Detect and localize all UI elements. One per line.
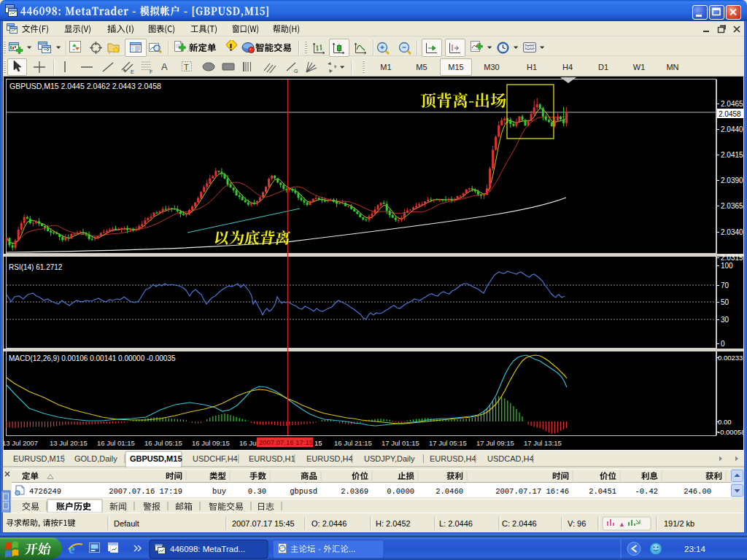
svg-text:191/2 kb: 191/2 kb bbox=[664, 519, 694, 528]
svg-text:A: A bbox=[161, 61, 168, 72]
svg-text:USDCAD,H4: USDCAD,H4 bbox=[487, 454, 534, 463]
svg-text:EURUSD,H4: EURUSD,H4 bbox=[430, 454, 476, 463]
svg-text:MACD(12,26,9) 0.00106 0.00141: MACD(12,26,9) 0.00106 0.00141 0.00000 -0… bbox=[9, 354, 176, 362]
svg-text:2007.07.16 17:15: 2007.07.16 17:15 bbox=[259, 438, 313, 446]
svg-text:T: T bbox=[184, 63, 189, 71]
svg-text:16 Jul 21:15: 16 Jul 21:15 bbox=[334, 439, 372, 447]
svg-text:2.0369: 2.0369 bbox=[341, 487, 368, 496]
svg-text:17 Jul 05:15: 17 Jul 05:15 bbox=[429, 439, 467, 447]
svg-text:50: 50 bbox=[721, 298, 729, 306]
svg-text:446098: MetaTrad...: 446098: MetaTrad... bbox=[170, 545, 245, 553]
svg-text:buy: buy bbox=[212, 487, 226, 496]
svg-text:GBPUSD,M15 2.0445 2.0462 2.04: GBPUSD,M15 2.0445 2.0462 2.0443 2.0458 bbox=[9, 82, 161, 90]
svg-text:2007.07.17 15:45: 2007.07.17 15:45 bbox=[232, 519, 295, 528]
svg-text:17 Jul 01:15: 17 Jul 01:15 bbox=[382, 439, 419, 447]
svg-text:13 Jul 20:15: 13 Jul 20:15 bbox=[50, 439, 88, 447]
svg-text:V: 96: V: 96 bbox=[568, 519, 586, 528]
svg-text:-0.00058: -0.00058 bbox=[718, 428, 743, 436]
svg-text:RSI(14) 61.2712: RSI(14) 61.2712 bbox=[9, 263, 63, 271]
svg-text:O: 2.0446: O: 2.0446 bbox=[311, 519, 347, 528]
svg-text:EURUSD,H1: EURUSD,H1 bbox=[249, 454, 295, 463]
svg-text:0.00233: 0.00233 bbox=[718, 354, 743, 362]
svg-text:GBPUSD,M15: GBPUSD,M15 bbox=[130, 454, 182, 463]
svg-text:0: 0 bbox=[721, 340, 725, 348]
svg-text:2.0315: 2.0315 bbox=[721, 254, 743, 262]
svg-text:2007.07.17 16:46: 2007.07.17 16:46 bbox=[495, 487, 569, 496]
svg-text:13 Jul 2007: 13 Jul 2007 bbox=[4, 439, 38, 447]
svg-text:100: 100 bbox=[721, 262, 733, 270]
svg-text:2.0460: 2.0460 bbox=[436, 487, 463, 496]
svg-text:2.0440: 2.0440 bbox=[721, 125, 743, 133]
svg-text:-0.42: -0.42 bbox=[635, 487, 658, 496]
svg-text:2.0415: 2.0415 bbox=[721, 151, 743, 159]
svg-text:246.00: 246.00 bbox=[684, 487, 711, 496]
svg-text:0.0000: 0.0000 bbox=[387, 487, 414, 496]
svg-text:E: E bbox=[131, 69, 134, 74]
svg-text:23:14: 23:14 bbox=[684, 545, 705, 553]
svg-text:2.0340: 2.0340 bbox=[721, 228, 743, 236]
svg-text:16 Jul 01:15: 16 Jul 01:15 bbox=[97, 439, 135, 447]
svg-text:GOLD,Daily: GOLD,Daily bbox=[74, 454, 117, 463]
svg-text:17 Jul 13:15: 17 Jul 13:15 bbox=[524, 439, 562, 447]
svg-text:C: 2.0446: C: 2.0446 bbox=[502, 519, 537, 528]
svg-text:L: 2.0446: L: 2.0446 bbox=[439, 519, 473, 528]
svg-text:2.0465: 2.0465 bbox=[721, 100, 743, 108]
svg-text:EURUSD,H4: EURUSD,H4 bbox=[306, 454, 353, 463]
svg-text:2.0458: 2.0458 bbox=[719, 110, 741, 118]
svg-text:0.00: 0.00 bbox=[718, 418, 732, 426]
svg-text:70: 70 bbox=[721, 281, 729, 289]
svg-text:30: 30 bbox=[721, 316, 729, 324]
svg-text:H: 2.0452: H: 2.0452 bbox=[376, 519, 411, 528]
svg-text:16 Jul 05:15: 16 Jul 05:15 bbox=[144, 439, 182, 447]
svg-text:4726249: 4726249 bbox=[29, 487, 61, 496]
svg-text:USDJPY,Daily: USDJPY,Daily bbox=[364, 454, 415, 463]
svg-text:2.0451: 2.0451 bbox=[589, 487, 616, 496]
svg-text:gbpusd: gbpusd bbox=[290, 487, 317, 496]
svg-text:2.0390: 2.0390 bbox=[721, 176, 743, 184]
svg-text:2.0365: 2.0365 bbox=[721, 202, 743, 210]
svg-text:G: G bbox=[294, 69, 298, 74]
svg-text:15: 15 bbox=[314, 439, 322, 447]
svg-text:0.30: 0.30 bbox=[248, 487, 266, 496]
svg-text:Default: Default bbox=[114, 519, 139, 528]
svg-text:16 Jul 09:15: 16 Jul 09:15 bbox=[192, 439, 230, 447]
svg-text:2007.07.16 17:19: 2007.07.16 17:19 bbox=[109, 487, 182, 496]
svg-text:USDCHF,H4: USDCHF,H4 bbox=[193, 454, 238, 463]
svg-text:▲: ▲ bbox=[619, 521, 625, 528]
svg-text:F: F bbox=[150, 69, 152, 74]
svg-text:EURUSD,M15: EURUSD,M15 bbox=[13, 454, 65, 463]
svg-text:17 Jul 09:15: 17 Jul 09:15 bbox=[476, 439, 514, 447]
